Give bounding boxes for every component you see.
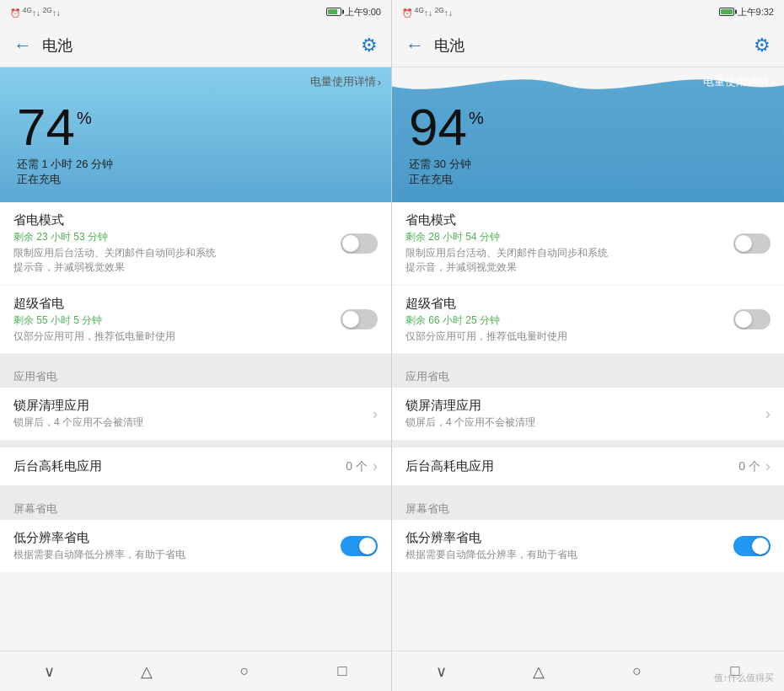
battery-hero-1: 电量使用详情 › 74 % 还需 1 小时 26 分钟 正在充电	[0, 67, 391, 202]
phone-panel-2: ⏰ 4G↑↓ 2G↑↓ 上午9:32 ← 电池 ⚙ 电量使用详情 ›	[392, 0, 784, 691]
chevron-icon	[765, 458, 771, 475]
status-bar-2: ⏰ 4G↑↓ 2G↑↓ 上午9:32	[392, 0, 784, 24]
page-title-1: 电池	[42, 35, 361, 56]
toggle-power-save-1[interactable]	[341, 233, 378, 254]
chevron-icon-detail-2: ›	[771, 76, 774, 88]
divider	[0, 486, 391, 493]
nav-circle-btn-1[interactable]: ○	[228, 655, 261, 688]
bottom-nav-2: ∨ △ ○ □	[392, 651, 784, 691]
list-item[interactable]: 锁屏清理应用 锁屏后，4 个应用不会被清理	[0, 388, 391, 441]
item-subtitle: 根据需要自动降低分辨率，有助于省电	[405, 548, 733, 562]
item-subtitle-desc: 仅部分应用可用，推荐低电量时使用	[13, 329, 341, 344]
list-item[interactable]: 后台高耗电应用 0 个	[0, 447, 391, 486]
status-time-2: 上午9:32	[738, 6, 774, 19]
settings-list-2: 省电模式 剩余 28 小时 54 分钟 限制应用后台活动、关闭邮件自动同步和系统…	[392, 202, 784, 651]
battery-info-1: 74 % 还需 1 小时 26 分钟 正在充电	[17, 101, 113, 187]
nav-square-btn-1[interactable]: □	[325, 655, 359, 688]
back-button-1[interactable]: ←	[13, 35, 32, 56]
item-subtitle: 根据需要自动降低分辨率，有助于省电	[13, 548, 341, 562]
back-button-2[interactable]: ←	[405, 35, 424, 56]
item-title: 锁屏清理应用	[13, 398, 373, 414]
chevron-icon-detail-1: ›	[378, 76, 381, 88]
list-item[interactable]: 超级省电 剩余 66 小时 25 分钟 仅部分应用可用，推荐低电量时使用	[392, 286, 784, 355]
list-item[interactable]: 低分辨率省电 根据需要自动降低分辨率，有助于省电	[392, 520, 784, 573]
detail-link-1[interactable]: 电量使用详情 ›	[310, 74, 381, 89]
item-subtitle: 锁屏后，4 个应用不会被清理	[13, 415, 373, 430]
item-title: 后台高耗电应用	[405, 458, 738, 474]
list-item[interactable]: 锁屏清理应用 锁屏后，4 个应用不会被清理	[392, 388, 784, 441]
list-item[interactable]: 低分辨率省电 根据需要自动降低分辨率，有助于省电	[0, 520, 391, 573]
phone-panel-1: ⏰ 4G↑↓ 2G↑↓ 上午9:00 ← 电池 ⚙ 电量使用详情 ›	[0, 0, 392, 691]
nav-back-btn-2[interactable]: ∨	[424, 655, 458, 688]
battery-time-1: 还需 1 小时 26 分钟	[17, 157, 113, 172]
battery-icon-2	[719, 8, 734, 16]
item-subtitle-desc: 限制应用后台活动、关闭邮件自动同步和系统提示音，并减弱视觉效果	[405, 246, 733, 275]
item-subtitle-time: 剩余 66 小时 25 分钟	[405, 313, 733, 328]
status-time-1: 上午9:00	[345, 6, 381, 19]
section-header-screen-save-1: 屏幕省电	[0, 493, 391, 520]
item-title: 省电模式	[405, 212, 733, 228]
item-subtitle-time: 剩余 23 小时 53 分钟	[13, 230, 341, 244]
item-title: 超级省电	[405, 296, 733, 312]
gear-icon-2[interactable]: ⚙	[754, 35, 771, 56]
battery-info-2: 94 % 还需 30 分钟 正在充电	[409, 101, 484, 187]
item-title: 省电模式	[13, 212, 341, 228]
nav-circle-btn-2[interactable]: ○	[620, 655, 654, 688]
toggle-low-res-2[interactable]	[733, 536, 771, 556]
chevron-icon	[373, 458, 378, 475]
settings-list-1: 省电模式 剩余 23 小时 53 分钟 限制应用后台活动、关闭邮件自动同步和系统…	[0, 202, 391, 651]
battery-charging-1: 正在充电	[17, 172, 113, 187]
battery-percent-1: 74 %	[17, 101, 113, 153]
nav-bar-1: ← 电池 ⚙	[0, 24, 391, 67]
divider	[392, 441, 784, 447]
item-subtitle-time: 剩余 55 小时 5 分钟	[13, 313, 341, 328]
status-icons-1: ⏰ 4G↑↓ 2G↑↓	[10, 6, 61, 18]
bottom-nav-1: ∨ △ ○ □	[0, 651, 391, 691]
divider	[0, 354, 391, 361]
item-subtitle-desc: 限制应用后台活动、关闭邮件自动同步和系统提示音，并减弱视觉效果	[13, 246, 341, 275]
battery-charging-2: 正在充电	[409, 172, 484, 187]
nav-triangle-btn-1[interactable]: △	[130, 655, 164, 688]
battery-percent-2: 94 %	[409, 101, 484, 153]
list-item[interactable]: 超级省电 剩余 55 小时 5 分钟 仅部分应用可用，推荐低电量时使用	[0, 286, 391, 355]
item-subtitle: 锁屏后，4 个应用不会被清理	[405, 415, 765, 430]
toggle-low-res-1[interactable]	[341, 536, 378, 556]
battery-time-2: 还需 30 分钟	[409, 157, 484, 172]
nav-back-btn-1[interactable]: ∨	[32, 655, 66, 688]
item-title: 锁屏清理应用	[405, 398, 765, 414]
divider	[0, 441, 391, 447]
nav-bar-2: ← 电池 ⚙	[392, 24, 784, 67]
item-title: 低分辨率省电	[13, 530, 341, 546]
item-subtitle-time: 剩余 28 小时 54 分钟	[405, 230, 733, 244]
item-title: 低分辨率省电	[405, 530, 733, 546]
list-item[interactable]: 省电模式 剩余 28 小时 54 分钟 限制应用后台活动、关闭邮件自动同步和系统…	[392, 202, 784, 286]
nav-square-btn-2[interactable]: □	[718, 655, 752, 688]
battery-icon-1	[326, 8, 341, 16]
chevron-icon	[373, 405, 378, 423]
item-title: 超级省电	[13, 296, 341, 312]
item-title: 后台高耗电应用	[13, 458, 346, 474]
toggle-super-save-2[interactable]	[733, 309, 771, 329]
section-header-screen-save-2: 屏幕省电	[392, 493, 784, 520]
toggle-super-save-1[interactable]	[341, 309, 378, 329]
section-header-app-save-1: 应用省电	[0, 361, 391, 388]
divider	[392, 354, 784, 361]
status-icons-2: ⏰ 4G↑↓ 2G↑↓	[402, 6, 453, 18]
section-header-app-save-2: 应用省电	[392, 361, 784, 388]
list-item[interactable]: 后台高耗电应用 0 个	[392, 447, 784, 486]
divider	[392, 486, 784, 493]
nav-triangle-btn-2[interactable]: △	[522, 655, 556, 688]
detail-link-2[interactable]: 电量使用详情 ›	[703, 74, 774, 89]
item-count: 0 个	[738, 459, 760, 474]
battery-hero-2: 电量使用详情 › 94 % 还需 30 分钟 正在充电	[392, 67, 784, 202]
status-bar-1: ⏰ 4G↑↓ 2G↑↓ 上午9:00	[0, 0, 391, 24]
gear-icon-1[interactable]: ⚙	[361, 35, 378, 56]
page-title-2: 电池	[434, 35, 754, 56]
item-count: 0 个	[346, 459, 368, 474]
chevron-icon	[765, 405, 771, 423]
toggle-power-save-2[interactable]	[733, 233, 771, 254]
item-subtitle-desc: 仅部分应用可用，推荐低电量时使用	[405, 329, 733, 344]
list-item[interactable]: 省电模式 剩余 23 小时 53 分钟 限制应用后台活动、关闭邮件自动同步和系统…	[0, 202, 391, 286]
